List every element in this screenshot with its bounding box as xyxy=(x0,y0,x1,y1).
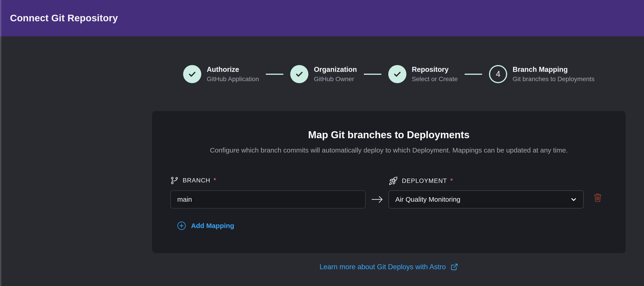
chevron-down-icon xyxy=(570,196,577,203)
delete-mapping-button[interactable] xyxy=(592,192,604,207)
step-subtitle: GitHub Application xyxy=(207,75,259,83)
trash-icon xyxy=(593,193,602,203)
branch-label-text: BRANCH xyxy=(183,177,210,184)
step-branch-mapping[interactable]: 4 Branch Mapping Git branches to Deploym… xyxy=(489,65,594,83)
step-branch-mapping-circle: 4 xyxy=(489,65,507,83)
check-icon xyxy=(295,70,304,79)
required-marker: * xyxy=(214,176,216,184)
step-authorize-text: Authorize GitHub Application xyxy=(207,65,259,83)
branch-field-label: BRANCH * xyxy=(170,176,216,185)
step-authorize[interactable]: Authorize GitHub Application xyxy=(183,65,259,83)
step-title: Authorize xyxy=(207,65,259,74)
step-title: Organization xyxy=(314,65,357,74)
deployment-select[interactable]: Air Quality Monitoring xyxy=(388,190,584,209)
add-mapping-button[interactable]: Add Mapping xyxy=(177,221,234,230)
dialog-title: Connect Git Repository xyxy=(10,13,118,23)
step-title: Branch Mapping xyxy=(512,65,594,74)
step-number: 4 xyxy=(496,69,500,79)
check-icon xyxy=(393,70,402,79)
required-marker: * xyxy=(450,177,453,185)
git-branch-icon xyxy=(170,176,178,185)
step-connector xyxy=(266,74,284,75)
step-repository-text: Repository Select or Create xyxy=(412,65,458,83)
window-edge-strip xyxy=(0,0,1,286)
check-icon xyxy=(188,70,197,79)
step-organization-text: Organization GitHub Owner xyxy=(314,65,357,83)
deployment-select-value: Air Quality Monitoring xyxy=(395,196,460,203)
add-mapping-label: Add Mapping xyxy=(191,222,234,230)
step-authorize-circle xyxy=(183,65,201,83)
external-link-icon xyxy=(450,263,458,271)
mapping-arrow xyxy=(366,190,388,209)
step-repository[interactable]: Repository Select or Create xyxy=(388,65,458,83)
step-connector xyxy=(364,74,382,75)
plus-circle-icon xyxy=(177,221,186,230)
step-subtitle: GitHub Owner xyxy=(314,75,357,83)
step-connector xyxy=(464,74,482,75)
step-repository-circle xyxy=(388,65,406,83)
footer-link-row: Learn more about Git Deploys with Astro xyxy=(152,263,626,271)
arrow-right-icon xyxy=(371,196,383,203)
branch-mapping-card: Map Git branches to Deployments Configur… xyxy=(152,111,626,253)
card-title: Map Git branches to Deployments xyxy=(152,129,626,141)
step-subtitle: Git branches to Deployments xyxy=(512,75,594,83)
card-description: Configure which branch commits will auto… xyxy=(152,146,626,154)
deployment-label-text: DEPLOYMENT xyxy=(402,177,447,185)
step-title: Repository xyxy=(412,65,458,74)
step-subtitle: Select or Create xyxy=(412,75,458,83)
deployment-field-label: DEPLOYMENT * xyxy=(388,176,453,186)
learn-more-label: Learn more about Git Deploys with Astro xyxy=(320,263,446,271)
step-branch-mapping-text: Branch Mapping Git branches to Deploymen… xyxy=(512,65,594,83)
step-organization[interactable]: Organization GitHub Owner xyxy=(290,65,357,83)
learn-more-link[interactable]: Learn more about Git Deploys with Astro xyxy=(320,263,458,271)
dialog-header: Connect Git Repository xyxy=(0,0,644,36)
rocket-icon xyxy=(388,176,398,186)
wizard-stepper: Authorize GitHub Application Organizatio… xyxy=(152,65,626,83)
branch-input[interactable] xyxy=(170,190,366,209)
step-organization-circle xyxy=(290,65,308,83)
